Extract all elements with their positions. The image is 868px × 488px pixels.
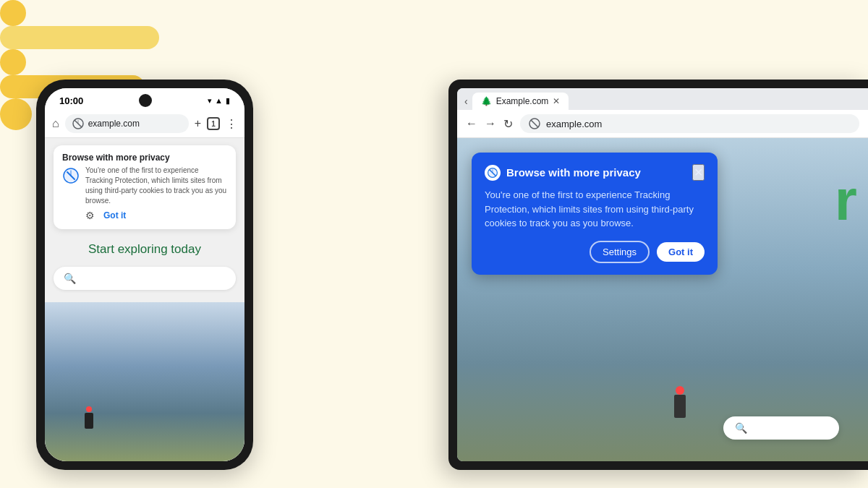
tracking-protection-tablet-icon <box>529 118 540 129</box>
google-g-letter: r <box>835 167 857 234</box>
phone-url: example.com <box>88 119 140 129</box>
phone-search-bar[interactable]: 🔍 <box>54 267 236 290</box>
tablet-search-area: 🔍 <box>723 416 839 440</box>
menu-button[interactable]: ⋮ <box>226 117 237 131</box>
back-button[interactable]: ← <box>466 117 477 130</box>
search-icon-tablet: 🔍 <box>735 422 747 434</box>
person-head-phone <box>86 406 92 412</box>
popup-title-row: Browse with more privacy <box>485 165 641 181</box>
tablet-nav-bar: ← → ↻ example.com <box>457 110 868 138</box>
popup-header: Browse with more privacy ✕ <box>485 164 705 181</box>
tablet-settings-button[interactable]: Settings <box>590 241 650 263</box>
person-body-tablet <box>674 395 686 418</box>
phone-notif-content: You're one of the first to experience Tr… <box>85 166 227 222</box>
phone-privacy-notification: Browse with more privacy You're one of t… <box>54 145 236 229</box>
person-head-tablet <box>676 386 684 395</box>
tablet-got-it-button[interactable]: Got it <box>657 242 705 262</box>
wifi-icon: ▾ <box>208 96 212 106</box>
phone-notif-actions: ⚙ Got it <box>85 209 227 222</box>
phone-notif-text: You're one of the first to experience Tr… <box>85 166 227 206</box>
refresh-button[interactable]: ↻ <box>503 117 513 131</box>
tablet-content: Browse with more privacy ✕ You're one of… <box>457 138 868 461</box>
svg-line-4 <box>531 120 538 127</box>
popup-body-text: You're one of the first to experience Tr… <box>485 188 705 231</box>
phone-mountain-background <box>45 302 244 461</box>
tablet-privacy-popup: Browse with more privacy ✕ You're one of… <box>472 153 718 275</box>
phone-notif-title: Browse with more privacy <box>62 153 227 163</box>
tracking-protection-icon <box>72 118 84 129</box>
tablet-search-bar[interactable]: 🔍 <box>723 416 839 440</box>
tablet-tab-bar: ‹ 🌲 Example.com ✕ <box>457 88 868 110</box>
tablet-url: example.com <box>546 119 602 129</box>
phone-status-bar: 10:00 ▾ ▲ ▮ <box>45 88 244 110</box>
bg-circle-3 <box>0 98 32 130</box>
home-icon[interactable]: ⌂ <box>52 117 59 130</box>
phone-signal-icons: ▾ ▲ ▮ <box>208 96 230 106</box>
battery-icon: ▮ <box>226 96 230 106</box>
tab-url: Example.com <box>496 96 549 106</box>
tablet-address-bar[interactable]: example.com <box>520 114 859 133</box>
new-tab-button[interactable]: + <box>195 117 201 130</box>
phone-mockup: 10:00 ▾ ▲ ▮ ⌂ example.com <box>36 80 253 470</box>
person-figure-tablet <box>674 386 686 418</box>
tablet-screen: ‹ 🌲 Example.com ✕ ← → ↻ example.com <box>457 88 868 461</box>
forward-button[interactable]: → <box>485 117 496 130</box>
phone-camera <box>139 94 152 107</box>
tablet-tab[interactable]: 🌲 Example.com ✕ <box>472 93 569 110</box>
phone-start-text: Start exploring today <box>88 242 201 257</box>
bg-circle-1 <box>0 0 26 26</box>
phone-browser-chrome: ⌂ example.com + 1 ⋮ <box>45 110 244 138</box>
tablet-mockup: ‹ 🌲 Example.com ✕ ← → ↻ example.com <box>448 80 868 470</box>
tab-close-button[interactable]: ✕ <box>553 96 560 106</box>
person-body-phone <box>85 413 93 429</box>
bg-circle-2 <box>0 49 26 75</box>
phone-notif-body: You're one of the first to experience Tr… <box>62 166 227 222</box>
phone-address-bar[interactable]: example.com <box>65 114 189 133</box>
tab-count[interactable]: 1 <box>207 117 220 130</box>
popup-close-button[interactable]: ✕ <box>692 164 705 181</box>
search-icon-phone: 🔍 <box>64 273 76 284</box>
tablet-chevron-icon[interactable]: ‹ <box>464 95 468 107</box>
phone-screen: 10:00 ▾ ▲ ▮ ⌂ example.com <box>45 88 244 461</box>
phone-got-it-button[interactable]: Got it <box>101 209 129 222</box>
bg-rect-1 <box>0 26 159 49</box>
tracking-icon-phone <box>62 167 80 184</box>
popup-actions: Settings Got it <box>485 241 705 263</box>
settings-gear-icon[interactable]: ⚙ <box>85 210 95 221</box>
popup-title: Browse with more privacy <box>506 166 641 179</box>
popup-tracking-icon <box>485 165 501 181</box>
person-figure-phone <box>85 406 93 429</box>
phone-time: 10:00 <box>59 95 83 106</box>
phone-content: Browse with more privacy You're one of t… <box>45 138 244 461</box>
signal-icon: ▲ <box>215 96 223 105</box>
tab-favicon-icon: 🌲 <box>481 96 492 106</box>
